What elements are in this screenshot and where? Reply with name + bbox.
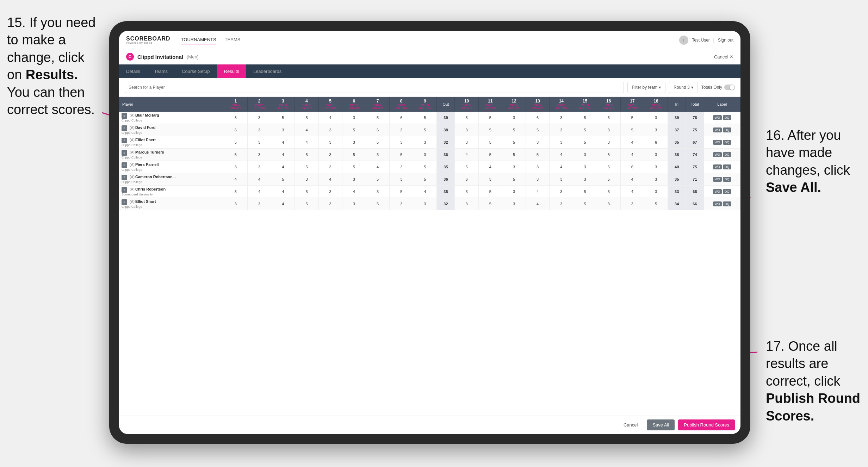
- hole-score-6[interactable]: 3: [342, 136, 366, 149]
- hole-score-9[interactable]: 5: [413, 124, 437, 136]
- hole-score-in-16[interactable]: 3: [597, 124, 620, 136]
- hole-score-in-15[interactable]: 3: [573, 173, 597, 186]
- hole-score-in-13[interactable]: 4: [526, 198, 550, 210]
- hole-score-in-11[interactable]: 5: [478, 124, 502, 136]
- hole-score-in-15[interactable]: 5: [573, 124, 597, 136]
- hole-score-in-15[interactable]: 5: [573, 186, 597, 198]
- dq-button[interactable]: DQ: [723, 152, 731, 157]
- hole-score-in-16[interactable]: 6: [597, 112, 620, 124]
- hole-score-in-15[interactable]: 3: [573, 161, 597, 173]
- dq-button[interactable]: DQ: [723, 189, 731, 194]
- wd-button[interactable]: WD: [713, 152, 722, 157]
- hole-score-in-18[interactable]: 6: [644, 136, 668, 149]
- dq-button[interactable]: DQ: [723, 164, 731, 169]
- hole-score-in-12[interactable]: 3: [502, 161, 526, 173]
- hole-score-in-10[interactable]: 5: [455, 161, 478, 173]
- hole-score-in-11[interactable]: 5: [478, 149, 502, 161]
- toggle-switch[interactable]: [724, 85, 735, 90]
- round-selector-button[interactable]: Round 3 ▾: [669, 82, 698, 93]
- hole-score-6[interactable]: 3: [342, 173, 366, 186]
- hole-score-8[interactable]: 6: [390, 112, 413, 124]
- hole-score-in-18[interactable]: 3: [644, 161, 668, 173]
- hole-score-1[interactable]: 5: [224, 136, 247, 149]
- hole-score-in-17[interactable]: 3: [620, 198, 644, 210]
- nav-tournaments[interactable]: TOURNAMENTS: [181, 36, 216, 44]
- hole-score-in-13[interactable]: 6: [526, 112, 550, 124]
- hole-score-6[interactable]: 5: [342, 124, 366, 136]
- hole-score-in-12[interactable]: 5: [502, 136, 526, 149]
- hole-score-in-11[interactable]: 4: [478, 161, 502, 173]
- hole-score-in-12[interactable]: 3: [502, 198, 526, 210]
- hole-score-6[interactable]: 5: [342, 161, 366, 173]
- hole-score-4[interactable]: 5: [295, 149, 318, 161]
- hole-score-7[interactable]: 4: [366, 161, 389, 173]
- search-input[interactable]: [125, 82, 624, 93]
- hole-score-4[interactable]: 5: [295, 161, 318, 173]
- hole-score-6[interactable]: 5: [342, 149, 366, 161]
- hole-score-1[interactable]: 3: [224, 198, 247, 210]
- hole-score-in-17[interactable]: 4: [620, 186, 644, 198]
- hole-score-in-10[interactable]: 3: [455, 136, 478, 149]
- hole-score-in-12[interactable]: 3: [502, 186, 526, 198]
- tab-leaderboards[interactable]: Leaderboards: [246, 64, 289, 78]
- hole-score-in-16[interactable]: 5: [597, 173, 620, 186]
- hole-score-7[interactable]: 3: [366, 149, 389, 161]
- wd-button[interactable]: WD: [713, 115, 722, 120]
- hole-score-7[interactable]: 3: [366, 186, 389, 198]
- hole-score-7[interactable]: 5: [366, 198, 389, 210]
- hole-score-9[interactable]: 5: [413, 112, 437, 124]
- hole-score-1[interactable]: 3: [224, 186, 247, 198]
- hole-score-5[interactable]: 3: [318, 149, 342, 161]
- hole-score-5[interactable]: 3: [318, 198, 342, 210]
- hole-score-in-14[interactable]: 3: [550, 112, 573, 124]
- hole-score-in-14[interactable]: 4: [550, 149, 573, 161]
- nav-teams[interactable]: TEAMS: [225, 36, 241, 44]
- hole-score-in-13[interactable]: 5: [526, 149, 550, 161]
- hole-score-in-13[interactable]: 3: [526, 161, 550, 173]
- hole-score-3[interactable]: 4: [271, 136, 295, 149]
- hole-score-2[interactable]: 3: [247, 124, 271, 136]
- hole-score-in-10[interactable]: 4: [455, 149, 478, 161]
- hole-score-in-11[interactable]: 5: [478, 136, 502, 149]
- hole-score-in-10[interactable]: 3: [455, 124, 478, 136]
- hole-score-in-16[interactable]: 3: [597, 186, 620, 198]
- hole-score-1[interactable]: 4: [224, 173, 247, 186]
- hole-score-6[interactable]: 4: [342, 186, 366, 198]
- hole-score-4[interactable]: 4: [295, 124, 318, 136]
- hole-score-7[interactable]: 5: [366, 112, 389, 124]
- save-all-button[interactable]: Save All: [647, 419, 675, 430]
- hole-score-in-10[interactable]: 3: [455, 112, 478, 124]
- hole-score-1[interactable]: 5: [224, 149, 247, 161]
- hole-score-8[interactable]: 3: [390, 173, 413, 186]
- hole-score-in-13[interactable]: 3: [526, 136, 550, 149]
- hole-score-2[interactable]: 3: [247, 161, 271, 173]
- hole-score-9[interactable]: 4: [413, 186, 437, 198]
- hole-score-5[interactable]: 3: [318, 186, 342, 198]
- hole-score-2[interactable]: 4: [247, 173, 271, 186]
- hole-score-in-12[interactable]: 5: [502, 173, 526, 186]
- tab-course-setup[interactable]: Course Setup: [175, 64, 217, 78]
- dq-button[interactable]: DQ: [723, 177, 731, 182]
- hole-score-in-10[interactable]: 3: [455, 186, 478, 198]
- hole-score-in-11[interactable]: 5: [478, 198, 502, 210]
- hole-score-in-16[interactable]: 5: [597, 161, 620, 173]
- hole-score-in-15[interactable]: 5: [573, 198, 597, 210]
- hole-score-in-14[interactable]: 3: [550, 124, 573, 136]
- hole-score-in-13[interactable]: 5: [526, 124, 550, 136]
- wd-button[interactable]: WD: [713, 164, 722, 169]
- hole-score-2[interactable]: 4: [247, 186, 271, 198]
- hole-score-in-12[interactable]: 3: [502, 112, 526, 124]
- dq-button[interactable]: DQ: [723, 140, 731, 145]
- hole-score-in-14[interactable]: 3: [550, 186, 573, 198]
- hole-score-9[interactable]: 5: [413, 161, 437, 173]
- wd-button[interactable]: WD: [713, 127, 722, 132]
- hole-score-in-14[interactable]: 3: [550, 136, 573, 149]
- tab-teams[interactable]: Teams: [147, 64, 175, 78]
- hole-score-in-13[interactable]: 3: [526, 173, 550, 186]
- tab-details[interactable]: Details: [119, 64, 147, 78]
- hole-score-in-17[interactable]: 5: [620, 112, 644, 124]
- hole-score-7[interactable]: 5: [366, 173, 389, 186]
- hole-score-2[interactable]: 3: [247, 136, 271, 149]
- hole-score-in-11[interactable]: 5: [478, 112, 502, 124]
- hole-score-5[interactable]: 3: [318, 161, 342, 173]
